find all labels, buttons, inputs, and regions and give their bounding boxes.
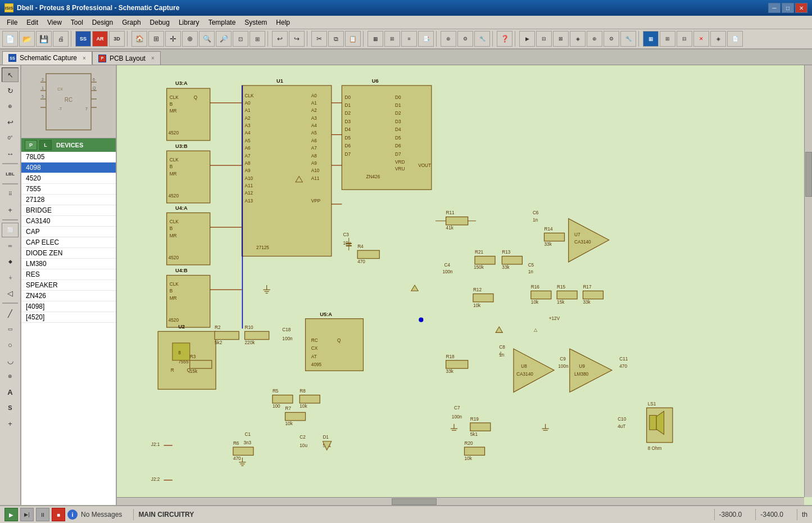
device-ca3140[interactable]: CA3140 <box>21 216 116 227</box>
device-27128[interactable]: 27128 <box>21 195 116 205</box>
undo-tool[interactable]: ↩ <box>2 115 19 129</box>
grid-toggle[interactable]: ⊞ <box>148 31 164 47</box>
select-tool[interactable]: ↖ <box>2 67 19 82</box>
isis-button[interactable]: SS <box>75 31 91 47</box>
menu-graph[interactable]: Graph <box>117 17 145 28</box>
home-button[interactable]: 🏠 <box>131 31 147 47</box>
device-diode-zen[interactable]: DIODE ZEN <box>21 248 116 259</box>
schematic-tab-close[interactable]: × <box>83 55 86 61</box>
device-4520[interactable]: 4520 <box>21 173 116 184</box>
zoom-in-btn[interactable]: 🔍 <box>199 31 215 47</box>
grid-tool[interactable]: ⠿ <box>2 187 19 201</box>
tag-btn[interactable]: ▦ <box>368 31 383 47</box>
device-4520-ref[interactable]: [4520] <box>21 312 116 323</box>
redo-btn[interactable]: ↪ <box>289 31 305 47</box>
pcb-tab-close[interactable]: × <box>151 55 155 61</box>
v-scrollbar-thumb[interactable] <box>805 152 812 197</box>
tab-pcb[interactable]: P PCB Layout × <box>92 51 161 65</box>
save-button[interactable]: 💾 <box>36 31 52 47</box>
print-button[interactable]: 🖨 <box>53 31 69 47</box>
menu-debug[interactable]: Debug <box>146 17 174 28</box>
symbol-tool[interactable]: S <box>2 400 19 415</box>
tab-schematic[interactable]: SS Schematic Capture × <box>2 51 92 65</box>
menu-library[interactable]: Library <box>174 17 204 28</box>
line-tool[interactable]: ╱ <box>2 306 19 321</box>
stop-button[interactable]: ■ <box>52 508 65 521</box>
copy-btn[interactable]: ⧉ <box>328 31 344 47</box>
flip-tool[interactable]: ↔ <box>2 146 19 161</box>
h-scrollbar[interactable] <box>117 497 804 505</box>
h-scrollbar-thumb[interactable] <box>392 498 437 505</box>
origin-tool[interactable]: + <box>2 202 19 217</box>
layout6-btn[interactable]: 📄 <box>727 31 743 47</box>
pause-button[interactable]: ⏸ <box>36 508 49 521</box>
mode-p-button[interactable]: P <box>25 140 37 150</box>
open-button[interactable]: 📂 <box>19 31 35 47</box>
power-tool[interactable]: ⏚ <box>2 270 19 285</box>
help-btn[interactable]: ❓ <box>497 31 512 47</box>
close-button[interactable]: ✕ <box>795 3 808 13</box>
add-tool[interactable]: + <box>2 416 19 431</box>
minimize-button[interactable]: ─ <box>768 3 781 13</box>
new-button[interactable]: 📄 <box>2 31 18 47</box>
arc-tool[interactable]: ◡ <box>2 353 19 368</box>
device-res[interactable]: RES <box>21 269 116 280</box>
menu-view[interactable]: View <box>43 17 66 28</box>
junction-tool[interactable]: ◆ <box>2 254 19 269</box>
circle-tool[interactable]: ○ <box>2 337 19 352</box>
box-tool[interactable]: ▭ <box>2 322 19 336</box>
device-cap[interactable]: CAP <box>21 227 116 237</box>
wire-tool[interactable]: ⬜ <box>2 223 19 237</box>
play-button[interactable]: ▶ <box>4 508 18 521</box>
menu-file[interactable]: File <box>2 17 22 28</box>
device-lm380[interactable]: LM380 <box>21 259 116 269</box>
bom-btn[interactable]: 📑 <box>418 31 434 47</box>
label-tool[interactable]: LBL <box>2 166 19 181</box>
more4-btn[interactable]: ⊕ <box>587 31 602 47</box>
pattern-tool[interactable]: ⊗ <box>2 369 19 384</box>
maximize-button[interactable]: □ <box>782 3 794 13</box>
more2-btn[interactable]: ⊠ <box>553 31 569 47</box>
text-tool[interactable]: A <box>2 385 19 399</box>
layout4-btn[interactable]: ✕ <box>693 31 709 47</box>
ares-button[interactable]: AR <box>92 31 108 47</box>
device-7555[interactable]: 7555 <box>21 184 116 195</box>
mode-l-button[interactable]: L <box>39 140 52 150</box>
zoom-area-btn[interactable]: ⊡ <box>233 31 248 47</box>
device-78l05[interactable]: 78L05 <box>21 152 116 163</box>
3d-button[interactable]: 3D <box>109 31 125 47</box>
pan-btn[interactable]: ⊕ <box>182 31 198 47</box>
menu-design[interactable]: Design <box>88 17 117 28</box>
terminal-tool[interactable]: ◁ <box>2 286 19 300</box>
origin-btn[interactable]: ✛ <box>165 31 181 47</box>
drc-btn[interactable]: ⚙ <box>457 31 473 47</box>
layout5-btn[interactable]: ◈ <box>710 31 726 47</box>
menu-tool[interactable]: Tool <box>66 17 88 28</box>
zoom-all-btn[interactable]: ⊞ <box>250 31 265 47</box>
device-4098[interactable]: 4098 <box>21 163 116 173</box>
device-bridge[interactable]: BRIDGE <box>21 205 116 216</box>
menu-help[interactable]: Help <box>271 17 294 28</box>
more1-btn[interactable]: ⊟ <box>536 31 552 47</box>
component-tool[interactable]: ⊕ <box>2 99 19 114</box>
v-scrollbar[interactable] <box>804 65 812 497</box>
layout2-btn[interactable]: ⊞ <box>660 31 675 47</box>
menu-template[interactable]: Template <box>204 17 241 28</box>
more5-btn[interactable]: ⚙ <box>604 31 619 47</box>
angle-tool[interactable]: 0° <box>2 130 19 145</box>
wire-btn[interactable]: ⊞ <box>384 31 400 47</box>
cut-btn[interactable]: ✂ <box>311 31 327 47</box>
layout1-btn[interactable]: ▦ <box>643 31 659 47</box>
layout3-btn[interactable]: ⊟ <box>677 31 692 47</box>
more3-btn[interactable]: ◈ <box>570 31 586 47</box>
netlist-btn[interactable]: ≡ <box>401 31 417 47</box>
paste-btn[interactable]: 📋 <box>345 31 361 47</box>
zoom-out-btn[interactable]: 🔎 <box>216 31 232 47</box>
undo-btn[interactable]: ↩ <box>272 31 288 47</box>
schematic-canvas[interactable]: .comp-box { fill: #c8c880; stroke: #7a58… <box>117 65 812 505</box>
bus-tool[interactable]: ═ <box>2 238 19 253</box>
device-speaker[interactable]: SPEAKER <box>21 280 116 291</box>
device-4098-ref[interactable]: [4098] <box>21 301 116 312</box>
more6-btn[interactable]: 🔧 <box>620 31 636 47</box>
device-cap-elec[interactable]: CAP ELEC <box>21 237 116 248</box>
